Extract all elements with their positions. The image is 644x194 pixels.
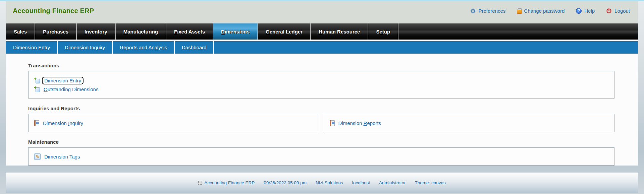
dimension-tags-link[interactable]: Dimension Tags bbox=[44, 154, 80, 159]
dimension-reports-panel: Dimension Reports bbox=[324, 114, 615, 132]
tab-inventory[interactable]: Inventory bbox=[77, 23, 116, 40]
tab-dimensions-active[interactable]: Dimensions bbox=[213, 23, 258, 40]
subtab-dimension-inquiry[interactable]: Dimension Inquiry bbox=[58, 41, 113, 54]
footer-datetime-link[interactable]: 09/26/2022 05:09 pm bbox=[264, 180, 307, 185]
tab-sales[interactable]: Sales bbox=[6, 23, 35, 40]
transactions-heading: Transactions bbox=[28, 63, 614, 68]
dimension-inquiry-link[interactable]: Dimension Inquiry bbox=[43, 120, 83, 126]
tab-human-resource[interactable]: Human Resource bbox=[311, 23, 368, 40]
app-title: Accounting Finance ERP bbox=[13, 7, 94, 15]
list-item: Dimension Reports bbox=[330, 119, 609, 127]
footer-app-link[interactable]: Accounting Finance ERP bbox=[204, 180, 255, 185]
edit-pencil-icon: ✎ bbox=[34, 153, 41, 160]
help-label: Help bbox=[584, 8, 595, 13]
list-item: + Dimension Entry bbox=[34, 76, 608, 85]
help-link[interactable]: ? Help bbox=[576, 8, 595, 14]
subtab-dashboard[interactable]: Dashboard bbox=[175, 41, 214, 54]
power-icon bbox=[606, 8, 612, 14]
tab-setup[interactable]: Setup bbox=[368, 23, 398, 40]
preferences-link[interactable]: ⚙ Preferences bbox=[470, 8, 505, 14]
logout-link[interactable]: Logout bbox=[606, 8, 630, 14]
inquiries-panels: Dimension Inquiry Dimension Reports bbox=[28, 114, 614, 132]
footer-host-link[interactable]: localhost bbox=[352, 180, 370, 185]
footer-user-link[interactable]: Administrator bbox=[379, 180, 406, 185]
new-document-icon: + bbox=[34, 78, 40, 83]
page-container: Accounting Finance ERP ⚙ Preferences Cha… bbox=[6, 1, 638, 193]
tab-general-ledger[interactable]: General Ledger bbox=[258, 23, 311, 40]
change-password-label: Change password bbox=[524, 8, 565, 13]
sub-menu-bar: Dimension Entry Dimension Inquiry Report… bbox=[6, 41, 638, 54]
dimension-inquiry-panel: Dimension Inquiry bbox=[28, 114, 319, 132]
subtab-reports-and-analysis[interactable]: Reports and Analysis bbox=[113, 41, 175, 54]
outstanding-dimensions-link[interactable]: Outstanding Dimensions bbox=[44, 86, 98, 92]
footer-company-link[interactable]: Nizi Solutions bbox=[316, 180, 343, 185]
main-menu-bar: Sales Purchases Inventory Manufacturing … bbox=[6, 23, 638, 40]
new-document-icon: + bbox=[34, 86, 40, 92]
header-links: ⚙ Preferences Change password ? Help Log… bbox=[470, 8, 630, 14]
notebook-icon bbox=[330, 120, 335, 126]
tab-fixed-assets[interactable]: Fixed Assets bbox=[166, 23, 213, 40]
gear-icon: ⚙ bbox=[470, 8, 476, 14]
maintenance-panel: ✎ Dimension Tags bbox=[28, 147, 614, 166]
footer-brand: Accounting Finance ERP bbox=[198, 180, 255, 185]
page-footer: Accounting Finance ERP 09/26/2022 05:09 … bbox=[6, 173, 638, 193]
marquee-icon bbox=[198, 181, 202, 185]
app-header: Accounting Finance ERP ⚙ Preferences Cha… bbox=[6, 1, 638, 23]
list-item: Dimension Inquiry bbox=[34, 119, 313, 127]
inquiries-heading: Inquiries and Reports bbox=[28, 106, 614, 111]
maintenance-heading: Maintenance bbox=[28, 139, 614, 145]
lock-icon bbox=[517, 8, 521, 14]
preferences-label: Preferences bbox=[478, 8, 505, 13]
dimension-entry-link[interactable]: Dimension Entry bbox=[43, 77, 83, 84]
help-icon: ? bbox=[576, 8, 582, 14]
list-item: ✎ Dimension Tags bbox=[34, 152, 608, 161]
notebook-icon bbox=[34, 120, 39, 126]
tab-manufacturing[interactable]: Manufacturing bbox=[116, 23, 166, 40]
tab-purchases[interactable]: Purchases bbox=[35, 23, 77, 40]
list-item: + Outstanding Dimensions bbox=[34, 85, 608, 93]
footer-theme-link[interactable]: Theme: canvas bbox=[415, 180, 446, 185]
dimension-reports-link[interactable]: Dimension Reports bbox=[338, 120, 381, 126]
change-password-link[interactable]: Change password bbox=[517, 8, 565, 14]
subtab-dimension-entry[interactable]: Dimension Entry bbox=[6, 41, 58, 54]
main-content: Transactions + Dimension Entry + Outstan… bbox=[6, 54, 638, 166]
logout-label: Logout bbox=[614, 8, 630, 13]
transactions-panel: + Dimension Entry + Outstanding Dimensio… bbox=[28, 71, 614, 99]
